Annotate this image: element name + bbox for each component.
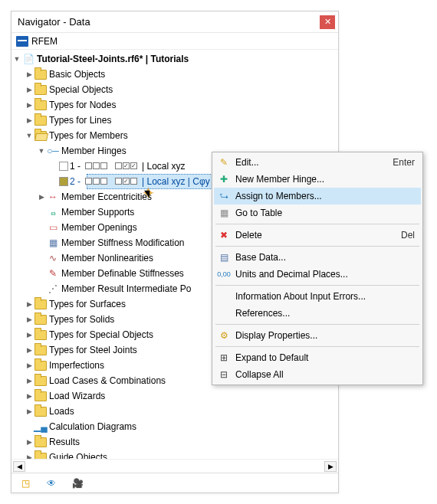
ctx-delete[interactable]: ✖ Delete Del [214, 227, 421, 244]
context-menu: ✎ Edit... Enter ✚ New Member Hinge... ⮑ … [212, 152, 423, 385]
project-label: Tutorial-Steel-Joints.rf6* | Tutorials [37, 54, 189, 64]
project-node[interactable]: ▼ 📄 Tutorial-Steel-Joints.rf6* | Tutoria… [12, 51, 338, 67]
tree-label: Types for Lines [49, 115, 111, 126]
navigator-views-button[interactable]: 🎥 [68, 476, 87, 491]
edit-icon: ✎ [215, 155, 232, 170]
app-icon [16, 36, 28, 47]
ctx-label: New Member Hinge... [232, 174, 415, 185]
tree-item-types-for-lines[interactable]: ▶ Types for Lines [12, 113, 338, 128]
expand-icon: ⊞ [215, 350, 232, 365]
expander-icon[interactable]: ▶ [24, 84, 34, 95]
hinge-checkboxes [115, 178, 137, 185]
scroll-left-button[interactable]: ◀ [13, 461, 25, 472]
expander-icon[interactable]: ▶ [24, 299, 34, 309]
tree-label: Guide Objects [49, 452, 107, 459]
stiffness-icon: ▦ [47, 237, 59, 249]
expander-icon[interactable]: ▼ [12, 54, 22, 64]
folder-icon [34, 391, 47, 401]
panel-title: Navigator - Data [18, 16, 320, 28]
expander-icon[interactable]: ▶ [24, 452, 34, 459]
ctx-label: Delete [232, 230, 401, 241]
ctx-label: Collapse All [232, 369, 415, 380]
close-button[interactable]: ✕ [320, 15, 335, 29]
ctx-collapse-all[interactable]: ⊟ Collapse All [214, 366, 421, 383]
expander-icon[interactable]: ▶ [24, 115, 34, 126]
separator [215, 224, 419, 224]
assign-icon: ⮑ [215, 188, 232, 204]
tree-item-load-wizards[interactable]: ▶ Load Wizards [12, 388, 338, 404]
expander-icon[interactable]: ▶ [24, 360, 34, 371]
folder-icon [34, 376, 47, 386]
def-stiff-icon: ✎ [47, 267, 59, 280]
expander-icon[interactable]: ▶ [24, 437, 34, 447]
tree-label: Types for Members [49, 130, 128, 141]
expander-icon[interactable]: ▶ [24, 345, 34, 355]
ctx-label: Units and Decimal Places... [232, 269, 415, 280]
expander-icon[interactable]: ▶ [24, 329, 34, 340]
tree-item-basic-objects[interactable]: ▶ Basic Objects [12, 67, 338, 82]
folder-icon [34, 437, 47, 447]
ctx-label: Base Data... [232, 252, 415, 263]
tree-label: Load Cases & Combinations [49, 375, 166, 386]
tree-label: 1 - | Local xyz [70, 161, 186, 172]
tree-label: Member Openings [61, 222, 137, 233]
ctx-shortcut: Enter [393, 157, 415, 168]
tree-label: Member Eccentricities [61, 191, 152, 202]
tree-item-guide-objects[interactable]: ▶ Guide Objects [12, 450, 338, 459]
hinge-checkboxes [85, 178, 107, 185]
expander-icon[interactable]: ▶ [24, 314, 34, 325]
opening-icon: ▭ [47, 221, 59, 234]
expander-icon[interactable]: ▶ [24, 391, 34, 401]
ctx-label: Go to Table [232, 208, 415, 218]
ctx-edit[interactable]: ✎ Edit... Enter [214, 154, 421, 171]
expander-icon[interactable]: ▶ [24, 406, 34, 417]
separator [215, 346, 419, 347]
ctx-go-to-table[interactable]: ▦ Go to Table [214, 205, 421, 221]
ctx-references[interactable]: References... [214, 305, 421, 322]
tree-item-types-for-nodes[interactable]: ▶ Types for Nodes [12, 97, 338, 113]
color-swatch [59, 162, 68, 171]
tree-label: Special Objects [49, 84, 113, 95]
hinge-checkboxes [85, 162, 107, 169]
tree-label: Member Definable Stiffnesses [61, 268, 184, 279]
tree-item-special-objects[interactable]: ▶ Special Objects [12, 82, 338, 97]
nonlinearity-icon: ∿ [47, 252, 59, 264]
tree-item-loads[interactable]: ▶ Loads [12, 404, 338, 419]
ctx-expand-default[interactable]: ⊞ Expand to Default [214, 349, 421, 366]
table-icon: ▦ [215, 205, 232, 221]
navigator-data-button[interactable]: ◳ [16, 476, 34, 491]
tree-label: Member Nonlinearities [61, 253, 153, 263]
tree-item-results[interactable]: ▶ Results [12, 434, 338, 450]
tree-label: Imperfections [49, 360, 104, 371]
tree-item-calc-diagrams[interactable]: ▁▄ Calculation Diagrams [12, 419, 338, 434]
folder-icon [34, 361, 47, 371]
expander-icon[interactable]: ▶ [24, 375, 34, 386]
ctx-units[interactable]: 0,00 Units and Decimal Places... [214, 266, 421, 283]
ctx-assign-to-members[interactable]: ⮑ Assign to Members... [214, 188, 421, 205]
tree-label: Types for Surfaces [49, 299, 126, 309]
hinge-icon: ○─ [47, 145, 59, 157]
tree-label: Member Result Intermediate Po [61, 283, 191, 294]
horizontal-scrollbar[interactable]: ◀ ▶ [12, 459, 338, 473]
result-points-icon: ⋰ [47, 283, 59, 295]
folder-icon [34, 330, 47, 340]
expander-icon[interactable]: ▶ [36, 191, 47, 202]
eccentricity-icon: ↔ [47, 191, 59, 203]
folder-icon [34, 70, 47, 80]
expander-icon[interactable]: ▼ [24, 130, 34, 141]
ctx-label: Information About Input Errors... [232, 291, 415, 302]
expander-icon[interactable]: ▶ [24, 69, 34, 80]
tree-item-types-for-members[interactable]: ▼ Types for Members [12, 128, 338, 143]
expander-icon[interactable]: ▶ [24, 100, 34, 110]
expander-icon[interactable]: ▼ [36, 146, 47, 156]
navigator-display-button[interactable]: 👁 [42, 476, 61, 491]
separator [215, 285, 419, 286]
ctx-info-errors[interactable]: Information About Input Errors... [214, 288, 421, 305]
tree-label: Types for Steel Joints [49, 345, 137, 355]
app-name: RFEM [31, 36, 58, 47]
scroll-right-button[interactable]: ▶ [324, 461, 337, 472]
ctx-new-member-hinge[interactable]: ✚ New Member Hinge... [214, 171, 421, 188]
ctx-label: Assign to Members... [232, 191, 415, 201]
ctx-display-properties[interactable]: ⚙ Display Properties... [214, 327, 421, 344]
ctx-base-data[interactable]: ▤ Base Data... [214, 249, 421, 266]
